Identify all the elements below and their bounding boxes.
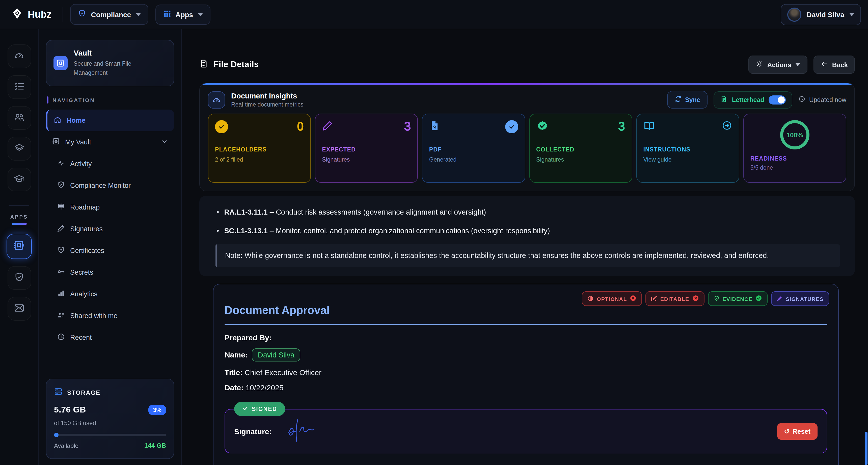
nav-section-bar [47,96,49,103]
gear-icon [756,60,763,69]
storage-used-value: 5.76 GB [54,405,86,415]
sidebar-item-certificates[interactable]: Certificates [46,239,174,261]
sidebar-item-label: My Vault [65,138,91,146]
storage-available-label: Available [54,442,79,449]
control-bullet: • SC.L1-3.13.1 – Monitor, control, and p… [217,226,845,236]
bullet-marker: • [217,226,219,236]
chevron-down-icon [795,63,800,66]
updated-status: Updated now [799,95,846,104]
metric-sub: 5/5 done [750,165,839,171]
sidebar-item-roadmap[interactable]: Roadmap [46,196,174,218]
sync-button[interactable]: Sync [667,91,708,109]
storage-percent-badge: 3% [149,405,166,415]
signature-label: Signature: [234,427,272,435]
topbar-divider [63,7,63,22]
shield-check-icon [78,9,86,20]
rail-learning-button[interactable] [7,168,31,191]
metric-sub: 2 of 2 filled [215,156,304,163]
actions-button[interactable]: Actions [749,56,807,74]
activity-icon [57,159,65,168]
storage-label: STORAGE [67,389,100,396]
sidebar-item-home[interactable]: Home [46,109,174,131]
badge-evidence[interactable]: EVIDENCE [708,291,768,306]
user-name: David Silva [807,10,844,19]
metric-card-instructions[interactable]: INSTRUCTIONS View guide [636,114,739,183]
insights-subtitle: Real-time document metrics [231,101,303,108]
sidebar-item-secrets[interactable]: Secrets [46,261,174,283]
rail-apps-underline [11,223,27,225]
storage-of-text: of 150 GB used [54,419,166,427]
signature-box: SIGNED Signature: ↺ Reset [224,409,827,454]
metric-card-collected: 3 COLLECTED Signatures [529,114,632,183]
chevron-down-icon [197,13,203,16]
nav-list: Home My Vault Activity Compliance Monito… [46,109,174,387]
rail-tasks-button[interactable] [7,75,31,99]
sidebar: Vault Secure and Smart File Management N… [39,29,182,465]
back-button[interactable]: Back [813,56,855,74]
badge-signatures[interactable]: SIGNATURES [771,291,829,306]
users-icon [13,111,25,124]
metric-card-pdf: PDF Generated [422,114,525,183]
chevron-down-icon[interactable] [161,138,168,146]
storage-progress-thumb [54,433,59,437]
letterhead-toggle[interactable] [769,95,786,104]
vault-icon [13,239,25,254]
metric-value: 0 [297,120,304,133]
metric-label: EXPECTED [322,146,411,152]
x-circle-icon [692,295,699,302]
app-window: Hubz Compliance Apps David Silva [0,0,868,465]
rail-layers-button[interactable] [7,137,31,161]
pdf-file-icon [429,120,440,133]
sidebar-item-recent[interactable]: Recent [46,326,174,348]
metric-label: PDF [429,146,518,152]
icon-rail: APPS [0,29,39,465]
apps-menu-label: Apps [175,10,193,19]
name-value-pill: David Silva [252,348,301,361]
sidebar-item-my-vault[interactable]: My Vault [46,131,174,153]
rail-dashboard-button[interactable] [7,45,31,68]
page-title: File Details [214,60,259,70]
sidebar-item-label: Shared with me [70,312,118,319]
sidebar-item-shared-with-me[interactable]: Shared with me [46,305,174,326]
title-line: Title: Chief Executive Officer [224,368,827,377]
main-scrollbar-thumb[interactable] [865,432,868,465]
sidebar-item-compliance-monitor[interactable]: Compliance Monitor [46,174,174,196]
badge-editable[interactable]: EDITABLE [646,291,705,306]
sidebar-item-analytics[interactable]: Analytics [46,283,174,305]
storage-card: STORAGE 5.76 GB 3% of 150 GB used Availa… [46,379,174,459]
badge-optional[interactable]: OPTIONAL [582,291,642,306]
rail-mail-app-button[interactable] [7,297,31,321]
letterhead-label: Letterhead [732,96,764,103]
metric-value: 3 [404,120,411,133]
metric-sub: Generated [429,156,518,163]
layers-icon [13,142,25,155]
metric-sub: View guide [643,156,732,163]
sidebar-item-activity[interactable]: Activity [46,153,174,174]
rail-apps-label: APPS [10,214,28,220]
topbar: Hubz Compliance Apps David Silva [0,0,868,29]
date-value: 10/22/2025 [246,383,283,392]
metric-label: PLACEHOLDERS [215,146,304,152]
hubz-logo-icon [11,7,23,22]
sidebar-app-title: Vault [74,49,166,57]
rail-vault-app-button[interactable] [6,234,32,259]
letterhead-control: Letterhead [714,91,793,108]
sidebar-item-label: Signatures [70,225,103,233]
rail-users-button[interactable] [7,106,31,130]
shield-check-icon [713,295,719,302]
bar-chart-icon [57,289,65,299]
reset-button[interactable]: ↺ Reset [777,423,817,439]
rail-divider [9,205,29,206]
user-menu-button[interactable]: David Silva [781,4,861,25]
prepared-by-line: Prepared By: [224,333,827,342]
compliance-menu-button[interactable]: Compliance [70,4,148,25]
signed-badge: SIGNED [234,402,285,416]
x-circle-icon [630,295,637,302]
apps-menu-button[interactable]: Apps [155,4,210,25]
rail-shield-app-button[interactable] [7,266,31,290]
sidebar-item-signatures[interactable]: Signatures [46,218,174,239]
half-circle-icon [588,295,594,302]
document-content-panel: • RA.L1-3.11.1 – Conduct risk assessment… [199,196,855,276]
document-icon [720,95,727,104]
signpost-icon [57,202,65,212]
